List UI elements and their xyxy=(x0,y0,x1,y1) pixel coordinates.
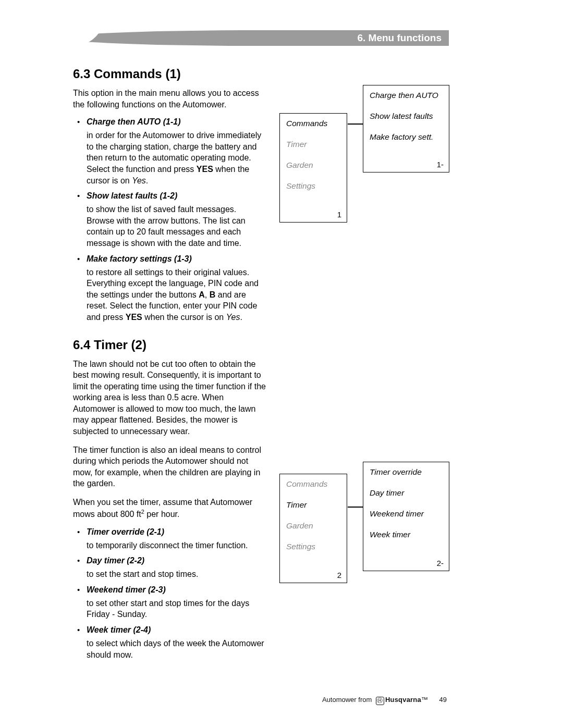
section-heading-6-3: 6.3 Commands (1) xyxy=(73,67,266,81)
section-6-4-para2: The timer function is also an ideal mean… xyxy=(73,445,266,489)
menu-item: Commands xyxy=(286,479,340,489)
timer-feature-list: Timer override (2-1) to temporarily disc… xyxy=(73,527,266,661)
menu-item: Garden xyxy=(286,521,340,530)
brand-name: Husqvarna xyxy=(385,696,421,704)
feature-desc: to set other start and stop times for th… xyxy=(87,598,266,620)
menu-item: Commands xyxy=(286,119,340,128)
footer-text: Automower from xyxy=(322,696,374,704)
menu-box-number: 2- xyxy=(437,559,444,567)
menu-item: Timer override xyxy=(370,467,443,477)
menu-item: Timer xyxy=(286,500,340,510)
section-6-3-intro: This option in the main menu allows you … xyxy=(73,88,266,110)
feature-title: Make factory settings (1-3) xyxy=(87,254,266,264)
commands-feature-list: Charge then AUTO (1-1) in order for the … xyxy=(73,117,266,323)
menu-item: Week timer xyxy=(370,530,443,539)
chapter-title: 6. Menu functions xyxy=(358,30,442,46)
menu-item: Show latest faults xyxy=(370,112,443,121)
trademark: ™ xyxy=(421,696,428,704)
feature-title: Day timer (2-2) xyxy=(87,556,266,565)
menu-item: Timer xyxy=(286,140,340,149)
menu-box-number: 1 xyxy=(337,210,341,219)
feature-title: Weekend timer (2-3) xyxy=(87,585,266,595)
feature-desc: to temporarily disconnect the timer func… xyxy=(87,540,266,551)
menu-item: Weekend timer xyxy=(370,509,443,519)
menu-box-number: 2 xyxy=(337,571,341,579)
page-number: 49 xyxy=(439,696,447,704)
menu-box-sub-2: Timer override Day timer Weekend timer W… xyxy=(363,462,449,571)
feature-desc: to set the start and stop times. xyxy=(87,569,266,580)
connector-line xyxy=(348,507,363,508)
brand-logo-icon: Ⓗ xyxy=(376,697,384,705)
menu-item: Day timer xyxy=(370,488,443,498)
menu-box-sub-1: Charge then AUTO Show latest faults Make… xyxy=(363,85,449,172)
feature-desc: in order for the Automower to drive imme… xyxy=(87,130,266,186)
feature-title: Charge then AUTO (1-1) xyxy=(87,117,266,127)
section-6-4-para1: The lawn should not be cut too often to … xyxy=(73,359,266,437)
menu-item: Settings xyxy=(286,542,340,551)
menu-box-main-2: Commands Timer Garden Settings 2 xyxy=(279,474,347,583)
feature-desc: to restore all settings to their origina… xyxy=(87,267,266,323)
menu-box-main-1: Commands Timer Garden Settings 1 xyxy=(279,113,347,223)
page-footer: Automower from ⒽHusqvarna™ 49 xyxy=(322,696,447,705)
feature-title: Show latest faults (1-2) xyxy=(87,191,266,201)
feature-title: Week timer (2-4) xyxy=(87,625,266,635)
section-heading-6-4: 6.4 Timer (2) xyxy=(73,338,266,352)
section-6-4-para3: When you set the timer, assume that Auto… xyxy=(73,497,266,520)
menu-item: Charge then AUTO xyxy=(370,91,443,100)
connector-line xyxy=(348,124,363,125)
menu-box-number: 1- xyxy=(437,160,444,169)
feature-desc: to show the list of saved fault messages… xyxy=(87,204,266,249)
menu-item: Settings xyxy=(286,181,340,191)
menu-item: Make factory sett. xyxy=(370,132,443,142)
feature-desc: to select which days of the week the Aut… xyxy=(87,638,266,660)
menu-item: Garden xyxy=(286,161,340,170)
feature-title: Timer override (2-1) xyxy=(87,527,266,537)
